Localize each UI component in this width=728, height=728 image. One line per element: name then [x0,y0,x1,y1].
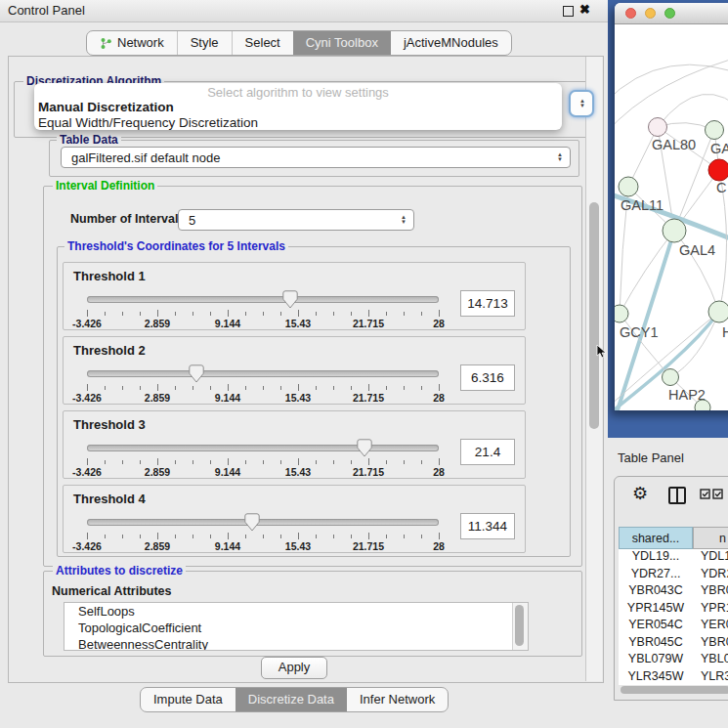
checkbox-icon[interactable] [712,489,723,499]
cell-shared-name: YER054C [619,618,693,631]
table-horizontal-scrollbar[interactable] [617,686,728,695]
threshold-1-value-field[interactable]: 14.713 [460,290,515,317]
cell-shared-name: YPR145W [619,601,693,615]
tab-select[interactable]: Select [232,31,293,55]
table-row[interactable]: YBR045CYBR0 [619,635,728,653]
number-of-intervals-combobox[interactable]: 5 ▲▼ [178,209,414,231]
table-data-combobox-value: galFiltered.sif default node [71,150,220,165]
threshold-panel: Threshold 2 -3.4262.8599.14415.4321.7152… [63,336,526,405]
slider-tick-labels: -3.4262.8599.14415.4321.71528 [87,392,439,404]
zoom-traffic-icon[interactable] [664,8,675,19]
threshold-2-value-field[interactable]: 6.316 [460,364,515,391]
column-layout-icon[interactable] [668,487,686,504]
cell-shared-name: YDR27... [619,567,693,580]
attribute-list-item[interactable]: TopologicalCoefficient [64,620,528,636]
gear-icon[interactable]: ⚙ [632,483,648,503]
cell-shared-name: YLR345W [619,669,693,683]
checkbox-icon[interactable] [700,489,710,499]
dropdown-item-2[interactable]: Equal Width/Frequency Discretization [38,115,258,130]
network-node-label: GAL [710,141,728,156]
table-row[interactable]: YDR27...YDR2 [619,567,728,584]
threshold-3-value-field[interactable]: 21.4 [460,439,515,465]
slider-track[interactable] [87,519,439,526]
threshold-label: Threshold 3 [73,417,146,432]
control-panel-scrollbar[interactable] [585,57,602,681]
tab-network[interactable]: Network [87,31,177,55]
mouse-cursor [596,344,608,360]
tab-cyni-toolbox[interactable]: Cyni Toolbox [293,31,391,55]
slider-ticks [87,533,439,540]
tab-infer-network[interactable]: Infer Network [347,688,448,711]
threshold-slider[interactable]: -3.4262.8599.14415.4321.71528 [87,437,439,478]
table-row[interactable]: YBR043CYBR0 [619,583,728,601]
column-header-name[interactable]: n [693,527,728,549]
threshold-label: Threshold 2 [73,343,146,358]
attributes-scrollbar[interactable] [512,603,528,650]
tab-label: Cyni Toolbox [306,31,378,55]
cell-shared-name: YBL079W [619,652,693,665]
dropdown-item-1[interactable]: Manual Discretization [38,100,174,114]
table-row[interactable]: YBL079WYBL0 [619,652,728,669]
tab-discretize-data[interactable]: Discretize Data [236,688,347,711]
tab-jactivemnodules[interactable]: jActiveMNodules [391,31,511,55]
close-traffic-icon[interactable] [625,8,636,19]
cell-shared-name: YBR043C [619,583,693,597]
cell-shared-name: YBR045C [619,635,693,649]
interval-definition-group-title: Interval Definition [53,179,157,193]
attribute-list-item[interactable]: SelfLoops [64,603,528,620]
control-panel-scrollbar-thumb[interactable] [589,202,599,429]
apply-button[interactable]: Apply [261,657,327,679]
float-window-icon[interactable] [563,6,574,17]
slider-track[interactable] [87,445,439,451]
attributes-scrollbar-thumb[interactable] [515,605,524,646]
threshold-slider[interactable]: -3.4262.8599.14415.4321.71528 [87,288,439,329]
combo-stepper-icon: ▲▼ [401,215,407,225]
slider-track[interactable] [87,370,439,377]
network-node-label: GAL80 [652,137,696,152]
slider-handle-icon[interactable] [282,290,298,309]
tab-impute-data[interactable]: Impute Data [141,688,236,711]
network-edge[interactable] [620,231,674,314]
tab-label: Style [191,31,219,55]
table-horizontal-scrollbar-thumb[interactable] [621,686,728,694]
network-node-label: H [722,324,728,340]
table-row[interactable]: YDL19...YDL1 [619,549,728,567]
slider-ticks [87,384,439,392]
column-header-shared-name[interactable]: shared... [619,527,693,549]
network-window-titlebar[interactable] [615,3,728,24]
network-node-HAP2[interactable] [663,369,679,386]
threshold-slider[interactable]: -3.4262.8599.14415.4321.71528 [87,511,439,552]
slider-track[interactable] [87,296,439,303]
numerical-attributes-label: Numerical Attributes [52,584,171,598]
threshold-slider[interactable]: -3.4262.8599.14415.4321.71528 [87,363,439,404]
slider-handle-icon[interactable] [189,364,204,383]
attribute-list-item[interactable]: BetweennessCentrality [64,636,528,651]
minimize-traffic-icon[interactable] [645,8,656,19]
network-node-GAL-top[interactable] [706,121,724,140]
close-icon[interactable]: ✖ [579,2,590,17]
network-node-GAL4[interactable] [663,219,686,242]
tab-style[interactable]: Style [177,31,232,55]
network-window[interactable]: GAL80GALCGAL11GAL4GCY1HHAP2 [615,3,728,410]
network-node-GAL11[interactable] [619,177,638,196]
table-row[interactable]: YPR145WYPR1 [619,601,728,619]
table-data-combobox[interactable]: galFiltered.sif default node ▲▼ [61,147,571,168]
algorithm-combobox-fragment[interactable]: ▲▼ [569,90,594,117]
slider-ticks [87,310,439,318]
network-node-GCY1[interactable] [615,305,628,322]
slider-handle-icon[interactable] [357,439,372,457]
slider-handle-icon[interactable] [244,513,260,532]
network-node-GAL80[interactable] [649,118,667,137]
network-node-bottom-node[interactable] [695,400,710,410]
network-node-H-node[interactable] [708,301,728,322]
network-node-red-node[interactable] [708,159,728,181]
tab-label: jActiveMNodules [404,31,498,55]
table-row[interactable]: YLR345WYLR3 [619,669,728,686]
threshold-4-value-field[interactable]: 11.344 [460,513,515,539]
combo-stepper-icon: ▲▼ [579,99,585,108]
table-row[interactable]: YER054CYER0 [619,618,728,635]
cell-name: YDR2 [701,567,728,580]
numerical-attributes-list[interactable]: SelfLoopsTopologicalCoefficientBetweenne… [64,602,529,651]
cell-shared-name: YDL19... [619,549,693,563]
network-canvas[interactable]: GAL80GALCGAL11GAL4GCY1HHAP2 [615,24,728,410]
